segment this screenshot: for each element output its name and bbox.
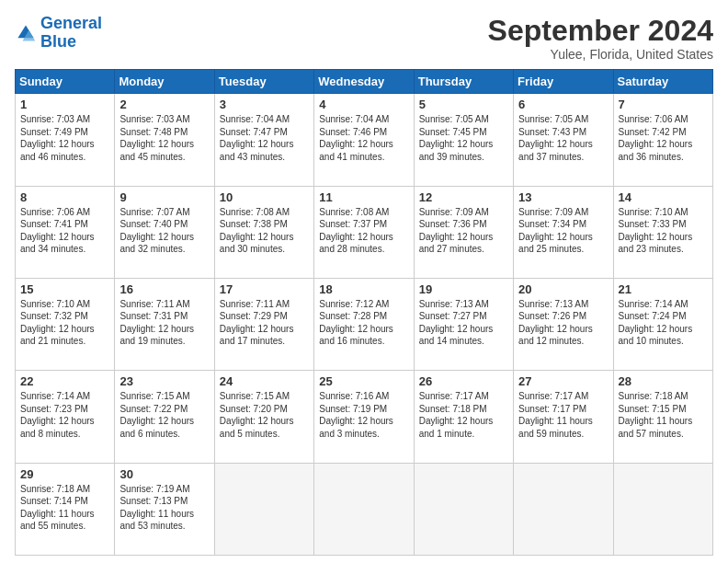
calendar-day-cell: 17Sunrise: 7:11 AM Sunset: 7:29 PM Dayli… xyxy=(214,278,313,370)
day-number: 28 xyxy=(619,374,708,388)
day-number: 27 xyxy=(518,374,608,388)
logo: General Blue xyxy=(15,15,102,52)
day-info: Sunrise: 7:07 AM Sunset: 7:40 PM Dayligh… xyxy=(119,206,209,256)
day-info: Sunrise: 7:08 AM Sunset: 7:38 PM Dayligh… xyxy=(220,206,309,256)
calendar-day-cell: 25Sunrise: 7:16 AM Sunset: 7:19 PM Dayli… xyxy=(314,371,414,463)
calendar-day-cell: 21Sunrise: 7:14 AM Sunset: 7:24 PM Dayli… xyxy=(613,278,712,370)
day-info: Sunrise: 7:13 AM Sunset: 7:26 PM Dayligh… xyxy=(518,298,608,348)
calendar-day-cell: 18Sunrise: 7:12 AM Sunset: 7:28 PM Dayli… xyxy=(314,278,414,370)
calendar-day-cell: 7Sunrise: 7:06 AM Sunset: 7:42 PM Daylig… xyxy=(613,94,712,186)
calendar-week-row: 1Sunrise: 7:03 AM Sunset: 7:49 PM Daylig… xyxy=(16,94,713,186)
calendar-day-cell: 19Sunrise: 7:13 AM Sunset: 7:27 PM Dayli… xyxy=(414,278,513,370)
day-info: Sunrise: 7:03 AM Sunset: 7:48 PM Dayligh… xyxy=(119,113,209,163)
day-info: Sunrise: 7:17 AM Sunset: 7:17 PM Dayligh… xyxy=(518,390,608,440)
calendar-day-cell xyxy=(514,463,613,555)
day-number: 21 xyxy=(619,282,708,296)
day-number: 4 xyxy=(319,98,408,111)
calendar-week-row: 22Sunrise: 7:14 AM Sunset: 7:23 PM Dayli… xyxy=(16,371,713,463)
day-info: Sunrise: 7:10 AM Sunset: 7:33 PM Dayligh… xyxy=(619,206,708,256)
day-info: Sunrise: 7:18 AM Sunset: 7:15 PM Dayligh… xyxy=(619,390,708,440)
calendar-body: 1Sunrise: 7:03 AM Sunset: 7:49 PM Daylig… xyxy=(16,94,713,556)
calendar-day-cell: 10Sunrise: 7:08 AM Sunset: 7:38 PM Dayli… xyxy=(214,186,313,278)
calendar-day-cell: 13Sunrise: 7:09 AM Sunset: 7:34 PM Dayli… xyxy=(514,186,613,278)
day-number: 24 xyxy=(220,374,309,388)
day-number: 25 xyxy=(319,374,408,388)
calendar-header-row: SundayMondayTuesdayWednesdayThursdayFrid… xyxy=(16,70,713,94)
calendar-header-cell: Wednesday xyxy=(314,70,414,94)
day-number: 13 xyxy=(518,190,608,204)
day-number: 1 xyxy=(20,98,109,111)
logo-text: General Blue xyxy=(40,15,102,52)
calendar-header-cell: Sunday xyxy=(16,70,115,94)
calendar-day-cell xyxy=(314,463,414,555)
day-number: 16 xyxy=(119,282,209,296)
day-info: Sunrise: 7:11 AM Sunset: 7:31 PM Dayligh… xyxy=(119,298,209,348)
logo-line1: General xyxy=(40,14,102,32)
calendar-day-cell: 2Sunrise: 7:03 AM Sunset: 7:48 PM Daylig… xyxy=(115,94,214,186)
day-number: 14 xyxy=(619,190,708,204)
calendar-day-cell: 15Sunrise: 7:10 AM Sunset: 7:32 PM Dayli… xyxy=(16,278,115,370)
calendar-header-cell: Saturday xyxy=(613,70,712,94)
day-info: Sunrise: 7:11 AM Sunset: 7:29 PM Dayligh… xyxy=(220,298,309,348)
calendar-day-cell: 24Sunrise: 7:15 AM Sunset: 7:20 PM Dayli… xyxy=(214,371,313,463)
day-number: 26 xyxy=(419,374,508,388)
calendar-day-cell: 12Sunrise: 7:09 AM Sunset: 7:36 PM Dayli… xyxy=(414,186,513,278)
day-number: 6 xyxy=(518,98,608,111)
day-info: Sunrise: 7:10 AM Sunset: 7:32 PM Dayligh… xyxy=(20,298,109,348)
day-number: 22 xyxy=(20,374,109,388)
calendar-day-cell: 1Sunrise: 7:03 AM Sunset: 7:49 PM Daylig… xyxy=(16,94,115,186)
day-info: Sunrise: 7:06 AM Sunset: 7:41 PM Dayligh… xyxy=(20,206,109,256)
calendar-day-cell: 30Sunrise: 7:19 AM Sunset: 7:13 PM Dayli… xyxy=(115,463,214,555)
calendar-day-cell: 26Sunrise: 7:17 AM Sunset: 7:18 PM Dayli… xyxy=(414,371,513,463)
day-info: Sunrise: 7:14 AM Sunset: 7:24 PM Dayligh… xyxy=(619,298,708,348)
calendar-day-cell: 3Sunrise: 7:04 AM Sunset: 7:47 PM Daylig… xyxy=(214,94,313,186)
day-info: Sunrise: 7:09 AM Sunset: 7:34 PM Dayligh… xyxy=(518,206,608,256)
day-info: Sunrise: 7:13 AM Sunset: 7:27 PM Dayligh… xyxy=(419,298,508,348)
day-info: Sunrise: 7:18 AM Sunset: 7:14 PM Dayligh… xyxy=(20,483,109,533)
day-number: 8 xyxy=(20,190,109,204)
calendar-day-cell: 14Sunrise: 7:10 AM Sunset: 7:33 PM Dayli… xyxy=(613,186,712,278)
day-number: 18 xyxy=(319,282,408,296)
calendar-day-cell: 20Sunrise: 7:13 AM Sunset: 7:26 PM Dayli… xyxy=(514,278,613,370)
calendar-header-cell: Monday xyxy=(115,70,214,94)
day-info: Sunrise: 7:06 AM Sunset: 7:42 PM Dayligh… xyxy=(619,113,708,163)
logo-icon xyxy=(15,22,37,44)
day-number: 17 xyxy=(220,282,309,296)
day-info: Sunrise: 7:04 AM Sunset: 7:47 PM Dayligh… xyxy=(220,113,309,163)
calendar-day-cell: 23Sunrise: 7:15 AM Sunset: 7:22 PM Dayli… xyxy=(115,371,214,463)
calendar-week-row: 29Sunrise: 7:18 AM Sunset: 7:14 PM Dayli… xyxy=(16,463,713,555)
day-number: 3 xyxy=(220,98,309,111)
day-info: Sunrise: 7:09 AM Sunset: 7:36 PM Dayligh… xyxy=(419,206,508,256)
calendar-week-row: 8Sunrise: 7:06 AM Sunset: 7:41 PM Daylig… xyxy=(16,186,713,278)
day-info: Sunrise: 7:12 AM Sunset: 7:28 PM Dayligh… xyxy=(319,298,408,348)
day-info: Sunrise: 7:08 AM Sunset: 7:37 PM Dayligh… xyxy=(319,206,408,256)
day-info: Sunrise: 7:19 AM Sunset: 7:13 PM Dayligh… xyxy=(119,483,209,533)
day-number: 19 xyxy=(419,282,508,296)
calendar-header-cell: Friday xyxy=(514,70,613,94)
calendar-day-cell: 9Sunrise: 7:07 AM Sunset: 7:40 PM Daylig… xyxy=(115,186,214,278)
day-number: 9 xyxy=(119,190,209,204)
day-number: 29 xyxy=(20,467,109,481)
calendar-day-cell: 4Sunrise: 7:04 AM Sunset: 7:46 PM Daylig… xyxy=(314,94,414,186)
calendar-day-cell: 11Sunrise: 7:08 AM Sunset: 7:37 PM Dayli… xyxy=(314,186,414,278)
calendar-day-cell xyxy=(613,463,712,555)
page: General Blue September 2024 Yulee, Flori… xyxy=(0,0,728,563)
day-number: 10 xyxy=(220,190,309,204)
day-info: Sunrise: 7:17 AM Sunset: 7:18 PM Dayligh… xyxy=(419,390,508,440)
day-info: Sunrise: 7:03 AM Sunset: 7:49 PM Dayligh… xyxy=(20,113,109,163)
day-info: Sunrise: 7:14 AM Sunset: 7:23 PM Dayligh… xyxy=(20,390,109,440)
calendar-day-cell xyxy=(214,463,313,555)
calendar-day-cell: 8Sunrise: 7:06 AM Sunset: 7:41 PM Daylig… xyxy=(16,186,115,278)
day-info: Sunrise: 7:05 AM Sunset: 7:43 PM Dayligh… xyxy=(518,113,608,163)
month-title: September 2024 xyxy=(488,15,713,47)
day-number: 5 xyxy=(419,98,508,111)
day-number: 23 xyxy=(119,374,209,388)
calendar-header-cell: Thursday xyxy=(414,70,513,94)
day-number: 30 xyxy=(119,467,209,481)
day-number: 2 xyxy=(119,98,209,111)
day-number: 15 xyxy=(20,282,109,296)
day-info: Sunrise: 7:16 AM Sunset: 7:19 PM Dayligh… xyxy=(319,390,408,440)
header: General Blue September 2024 Yulee, Flori… xyxy=(15,15,713,62)
logo-line2: Blue xyxy=(40,32,76,51)
day-number: 7 xyxy=(619,98,708,111)
